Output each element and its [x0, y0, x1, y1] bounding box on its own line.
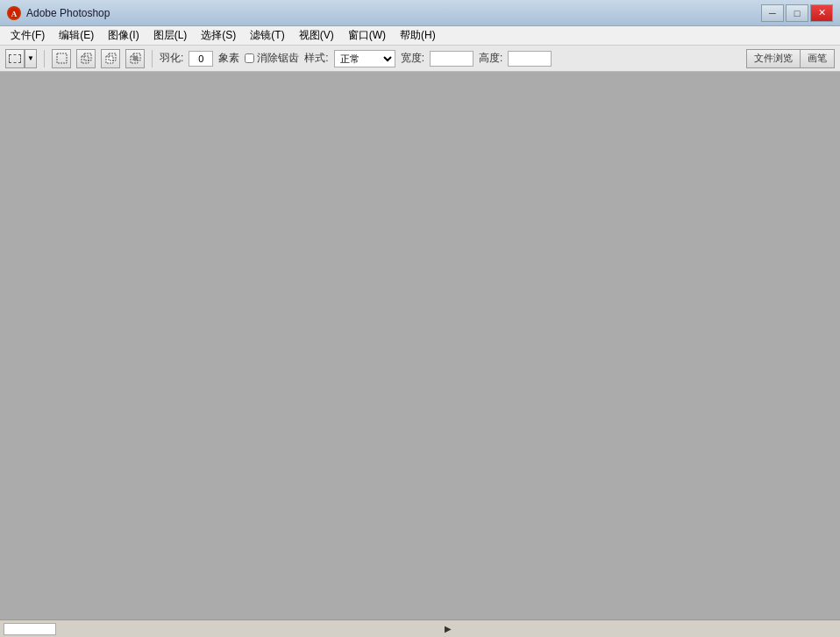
height-label: 高度: — [479, 51, 502, 66]
restore-button[interactable]: □ — [786, 4, 808, 22]
right-panel-buttons: 文件浏览 画笔 — [746, 49, 835, 68]
feather-unit: 象素 — [218, 51, 239, 66]
menu-image[interactable]: 图像(I) — [101, 26, 146, 45]
svg-rect-5 — [106, 56, 113, 63]
svg-rect-2 — [57, 53, 67, 63]
marquee-icon — [9, 54, 21, 63]
subtract-selection-icon — [105, 53, 117, 64]
menu-filter[interactable]: 滤镜(T) — [243, 26, 291, 45]
style-label: 样式: — [304, 51, 328, 66]
menu-select[interactable]: 选择(S) — [194, 26, 243, 45]
svg-text:A: A — [11, 10, 18, 18]
minimize-button[interactable]: ─ — [761, 4, 784, 22]
menu-bar: 文件(F) 编辑(E) 图像(I) 图层(L) 选择(S) 滤镜(T) 视图(V… — [0, 26, 840, 46]
anti-alias-group: 消除锯齿 — [245, 51, 299, 66]
title-left: A Adobe Photoshop — [7, 6, 110, 20]
new-selection-icon — [56, 53, 68, 64]
svg-rect-4 — [84, 53, 91, 60]
separator-2 — [152, 50, 153, 67]
menu-file[interactable]: 文件(F) — [4, 26, 52, 45]
add-selection-button[interactable] — [76, 49, 96, 68]
file-browser-button[interactable]: 文件浏览 — [746, 49, 800, 68]
options-bar: ▼ 羽化: 象素 消除锯齿 样式: 正常 — [0, 46, 840, 72]
menu-layer[interactable]: 图层(L) — [146, 26, 195, 45]
svg-rect-9 — [133, 56, 138, 60]
app-icon: A — [7, 6, 21, 20]
marquee-tool-group: ▼ — [5, 49, 37, 68]
marquee-dropdown-button[interactable]: ▼ — [25, 49, 37, 68]
status-info-box — [4, 623, 56, 635]
new-selection-button[interactable] — [52, 49, 71, 68]
anti-alias-label: 消除锯齿 — [257, 51, 299, 66]
status-arrow-icon: ▶ — [445, 624, 452, 633]
intersect-selection-button[interactable] — [125, 49, 145, 68]
title-bar: A Adobe Photoshop ─ □ ✕ — [0, 0, 840, 26]
width-input[interactable] — [430, 51, 473, 67]
marquee-tool-button[interactable] — [5, 49, 25, 68]
separator-1 — [44, 50, 45, 67]
status-center: ▶ — [60, 624, 836, 633]
height-input[interactable] — [508, 51, 552, 67]
menu-help[interactable]: 帮助(H) — [393, 26, 443, 45]
subtract-selection-button[interactable] — [101, 49, 120, 68]
app-title: Adobe Photoshop — [26, 7, 110, 19]
svg-rect-3 — [82, 56, 89, 63]
feather-label: 羽化: — [160, 51, 183, 66]
menu-edit[interactable]: 编辑(E) — [52, 26, 101, 45]
canvas-area — [0, 72, 840, 619]
menu-view[interactable]: 视图(V) — [292, 26, 341, 45]
add-selection-icon — [81, 53, 92, 64]
paint-button[interactable]: 画笔 — [800, 49, 835, 68]
status-bar: ▶ — [0, 619, 840, 637]
intersect-selection-icon — [130, 53, 141, 64]
feather-input[interactable] — [189, 51, 213, 67]
close-button[interactable]: ✕ — [810, 4, 833, 22]
title-controls: ─ □ ✕ — [761, 4, 833, 22]
style-select[interactable]: 正常 固定比例 固定大小 — [334, 50, 395, 67]
width-label: 宽度: — [401, 51, 424, 66]
menu-window[interactable]: 窗口(W) — [341, 26, 393, 45]
anti-alias-checkbox[interactable] — [245, 53, 254, 63]
